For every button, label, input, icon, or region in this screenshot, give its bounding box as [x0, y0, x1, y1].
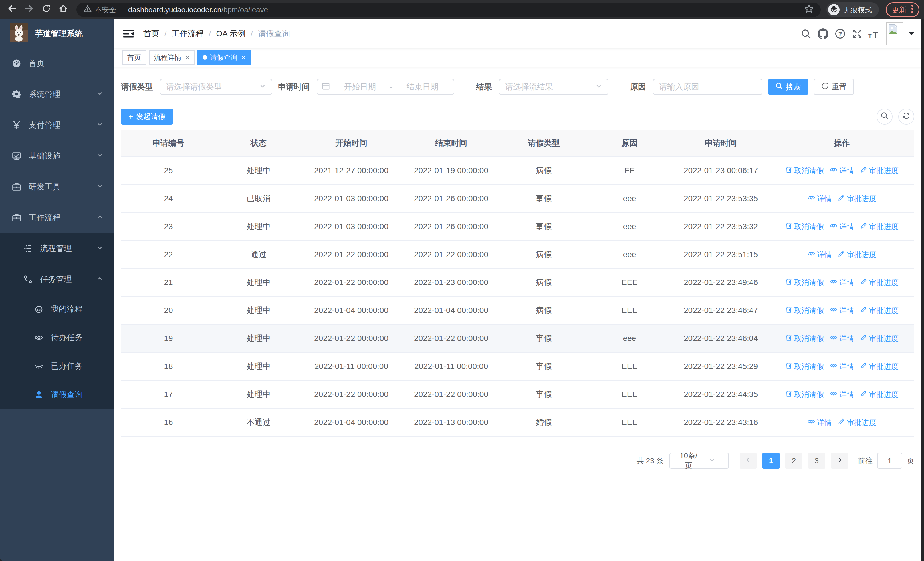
progress-link[interactable]: 审批进度: [860, 334, 898, 344]
sidebar-item[interactable]: 工作流程: [0, 202, 114, 233]
prev-page-button[interactable]: [740, 453, 757, 469]
close-icon[interactable]: ×: [242, 53, 245, 62]
sidebar-item[interactable]: 系统管理: [0, 79, 114, 110]
tab-process-detail[interactable]: 流程详情×: [149, 50, 195, 65]
page-button-1[interactable]: 1: [762, 453, 780, 469]
table-row: 24已取消2022-01-03 00:00:002022-01-26 00:00…: [121, 185, 914, 212]
breadcrumb-item[interactable]: 首页: [143, 28, 159, 39]
avatar[interactable]: [886, 22, 903, 45]
sidebar-collapse-icon[interactable]: [123, 28, 134, 39]
search-button[interactable]: 搜索: [768, 79, 808, 95]
search-icon[interactable]: [797, 20, 814, 48]
progress-link[interactable]: 审批进度: [860, 305, 898, 316]
view-icon: [807, 194, 815, 204]
github-icon[interactable]: [814, 20, 831, 48]
result-select[interactable]: 请选择流结果: [499, 79, 608, 95]
cancel-leave-link[interactable]: 取消请假: [785, 362, 824, 371]
progress-link[interactable]: 审批进度: [860, 222, 898, 232]
fullscreen-icon[interactable]: [849, 20, 866, 48]
leave-type-select[interactable]: 请选择请假类型: [160, 79, 272, 95]
view-icon: [830, 390, 837, 400]
cancel-leave-link[interactable]: 取消请假: [785, 165, 824, 176]
detail-link[interactable]: 详情: [830, 334, 854, 344]
cell-apply-id: 20: [121, 296, 216, 325]
page-button-3[interactable]: 3: [808, 453, 825, 469]
reason-input[interactable]: 请输入原因: [653, 79, 762, 95]
detail-link[interactable]: 详情: [807, 194, 832, 204]
detail-link[interactable]: 详情: [830, 305, 854, 316]
cell-leave-type: 事假: [501, 212, 587, 241]
refresh-table-button[interactable]: [898, 108, 914, 125]
progress-link[interactable]: 审批进度: [860, 390, 898, 400]
breadcrumb-item[interactable]: OA 示例: [216, 28, 246, 39]
divider: [122, 6, 122, 14]
monitor-icon: [12, 151, 21, 161]
progress-link[interactable]: 审批进度: [860, 165, 898, 176]
detail-link[interactable]: 详情: [830, 278, 854, 288]
col-operations: 操作: [770, 130, 914, 156]
forward-icon[interactable]: [22, 2, 36, 17]
tab-home[interactable]: 首页: [122, 50, 146, 65]
reset-button[interactable]: 重置: [814, 79, 854, 95]
close-icon[interactable]: ×: [186, 53, 189, 62]
sidebar-item[interactable]: 已办任务: [0, 352, 114, 381]
sidebar-item[interactable]: 首页: [0, 48, 114, 79]
detail-link[interactable]: 详情: [830, 165, 854, 176]
page-size-select[interactable]: 10条/页: [669, 453, 729, 469]
progress-link[interactable]: 审批进度: [837, 250, 876, 260]
bookmark-icon[interactable]: [804, 4, 814, 15]
cell-operations: 取消请假详情审批进度: [770, 325, 914, 352]
back-icon[interactable]: [4, 2, 20, 17]
detail-link[interactable]: 详情: [807, 250, 832, 260]
font-size-icon[interactable]: TT: [866, 20, 883, 48]
sidebar-item[interactable]: 待办任务: [0, 323, 114, 352]
app-logo[interactable]: 芋道管理系统: [0, 20, 114, 48]
detail-link[interactable]: 详情: [807, 418, 832, 428]
help-icon[interactable]: ?: [831, 20, 849, 48]
detail-link[interactable]: 详情: [830, 390, 854, 400]
cancel-leave-link[interactable]: 取消请假: [785, 222, 824, 232]
address-bar[interactable]: 不安全 dashboard.yudao.iocoder.cn/bpm/oa/le…: [76, 3, 821, 17]
browser-update-menu[interactable]: 更新: [886, 2, 920, 17]
page-button-2[interactable]: 2: [785, 453, 802, 469]
sidebar-item[interactable]: 研发工具: [0, 171, 114, 202]
progress-link[interactable]: 审批进度: [860, 362, 898, 371]
toggle-search-button[interactable]: [877, 108, 892, 125]
tags-view: 首页 流程详情× 请假查询×: [114, 48, 921, 68]
sidebar-item[interactable]: 任务管理: [0, 264, 114, 295]
sidebar-item[interactable]: 请假查询: [0, 381, 114, 409]
goto-page-input[interactable]: 1: [877, 453, 902, 469]
apply-time-label: 申请时间: [278, 81, 317, 92]
apply-time-range[interactable]: 开始日期 - 结束日期: [317, 79, 454, 95]
user-icon: [34, 390, 44, 399]
reload-icon[interactable]: [39, 2, 54, 17]
menu-dots-icon: [911, 4, 914, 15]
tab-leave-query[interactable]: 请假查询×: [198, 50, 250, 65]
cell-status: 处理中: [216, 156, 302, 185]
cancel-leave-link[interactable]: 取消请假: [785, 334, 824, 344]
chevron-up-icon: [96, 213, 103, 222]
progress-link[interactable]: 审批进度: [837, 194, 876, 204]
create-leave-button[interactable]: + 发起请假: [121, 108, 173, 125]
breadcrumb-item[interactable]: 工作流程: [172, 28, 204, 39]
detail-link[interactable]: 详情: [830, 362, 854, 371]
security-warning[interactable]: 不安全: [83, 5, 116, 15]
table-row: 20处理中2022-01-04 00:00:002022-01-04 00:00…: [121, 296, 914, 325]
sidebar-item[interactable]: 支付管理: [0, 110, 114, 141]
table-row: 18处理中2022-01-11 00:00:002022-01-11 00:00…: [121, 352, 914, 381]
cancel-leave-link[interactable]: 取消请假: [785, 390, 824, 400]
home-icon[interactable]: [56, 2, 71, 17]
sidebar-item[interactable]: 流程管理: [0, 233, 114, 264]
cancel-leave-link[interactable]: 取消请假: [785, 305, 824, 316]
sidebar-item[interactable]: 我的流程: [0, 295, 114, 323]
progress-link[interactable]: 审批进度: [837, 418, 876, 428]
user-menu-caret-icon[interactable]: [909, 32, 914, 35]
cell-status: 已取消: [216, 185, 302, 212]
detail-link[interactable]: 详情: [830, 222, 854, 232]
sidebar-item[interactable]: 基础设施: [0, 141, 114, 171]
next-page-button[interactable]: [831, 453, 848, 469]
progress-link[interactable]: 审批进度: [860, 278, 898, 288]
cell-apply-time: 2022-01-23 00:06:17: [672, 156, 770, 185]
toolbox-icon: [12, 213, 21, 222]
cancel-leave-link[interactable]: 取消请假: [785, 278, 824, 288]
